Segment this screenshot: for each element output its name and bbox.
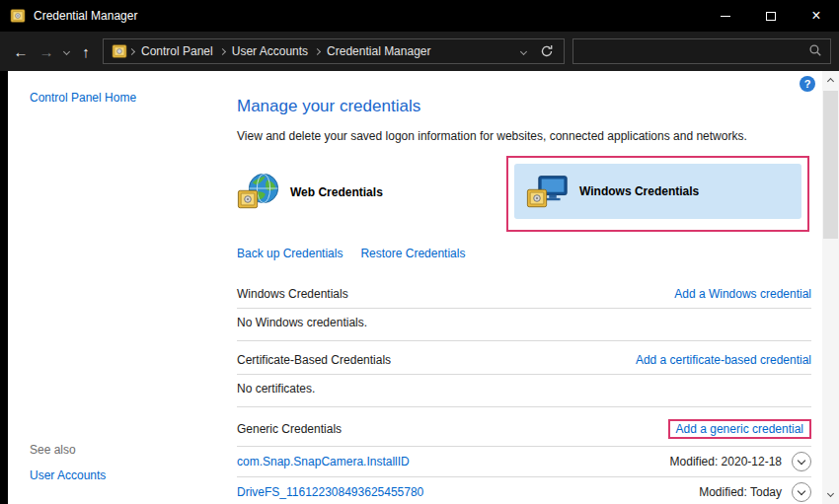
modified-date: Modified: Today bbox=[699, 485, 782, 499]
close-button[interactable]: × bbox=[794, 0, 839, 32]
restore-credentials-link[interactable]: Restore Credentials bbox=[360, 247, 465, 260]
address-bar-controls bbox=[521, 44, 558, 58]
chevron-down-icon bbox=[827, 490, 834, 497]
add-generic-credential-link[interactable]: Add a generic credential bbox=[676, 422, 803, 436]
backup-credentials-link[interactable]: Back up Credentials bbox=[237, 247, 343, 260]
credential-meta: Modified: Today bbox=[699, 482, 811, 502]
sidebar-user-accounts[interactable]: User Accounts bbox=[30, 468, 106, 482]
tab-windows-credentials-label: Windows Credentials bbox=[579, 184, 699, 198]
maximize-button[interactable] bbox=[748, 0, 794, 32]
see-also-label: See also bbox=[30, 443, 76, 457]
chevron-down-icon bbox=[62, 47, 69, 54]
add-certificate-credential-link[interactable]: Add a certificate-based credential bbox=[636, 353, 811, 367]
scroll-up-button[interactable] bbox=[822, 73, 839, 90]
section-certificate-credentials: Certificate-Based Credentials Add a cert… bbox=[237, 347, 811, 375]
search-input[interactable] bbox=[581, 44, 808, 58]
credential-sections: Windows Credentials Add a Windows creden… bbox=[237, 281, 811, 504]
credential-row: DriveFS_116122308493625455780 Modified: … bbox=[237, 477, 811, 504]
chevron-up-icon bbox=[827, 78, 834, 85]
credential-actions: Back up Credentials Restore Credentials bbox=[237, 247, 465, 260]
breadcrumb-credential-manager[interactable]: Credential Manager bbox=[320, 44, 437, 58]
content-area: Control Panel Home See also User Account… bbox=[0, 71, 839, 504]
tab-web-credentials[interactable]: Web Credentials bbox=[237, 166, 383, 219]
tab-web-credentials-label: Web Credentials bbox=[290, 185, 383, 199]
modified-date: Modified: 2020-12-18 bbox=[670, 455, 782, 468]
web-credentials-icon bbox=[237, 172, 280, 213]
minimize-button[interactable] bbox=[703, 0, 748, 32]
credential-manager-app-icon bbox=[10, 8, 26, 24]
titlebar: Credential Manager × bbox=[0, 0, 839, 32]
breadcrumb-user-accounts[interactable]: User Accounts bbox=[225, 44, 315, 58]
scroll-down-button[interactable] bbox=[822, 485, 839, 502]
refresh-button[interactable] bbox=[540, 44, 554, 58]
certificates-empty-text: No certificates. bbox=[237, 375, 811, 407]
scrollbar-thumb[interactable] bbox=[823, 91, 838, 239]
annotation-box-add-generic: Add a generic credential bbox=[668, 419, 811, 439]
left-edge-strip bbox=[0, 71, 8, 504]
windows-credentials-icon bbox=[526, 171, 570, 212]
tab-windows-credentials[interactable]: Windows Credentials bbox=[514, 164, 801, 219]
sidebar-control-panel-home[interactable]: Control Panel Home bbox=[30, 91, 136, 105]
chevron-down-icon bbox=[798, 486, 805, 494]
recent-pages-dropdown-button[interactable] bbox=[59, 38, 73, 64]
navigation-bar: ← → ↑ Control Panel User Accounts Creden… bbox=[0, 32, 839, 71]
section-title: Windows Credentials bbox=[237, 287, 348, 301]
help-icon[interactable]: ? bbox=[800, 76, 815, 92]
page-title: Manage your credentials bbox=[237, 97, 420, 116]
forward-button[interactable]: → bbox=[34, 38, 59, 64]
close-icon: × bbox=[811, 8, 820, 24]
page-description: View and delete your saved logon informa… bbox=[237, 129, 747, 143]
breadcrumb-control-panel[interactable]: Control Panel bbox=[134, 44, 220, 58]
credential-meta: Modified: 2020-12-18 bbox=[670, 452, 811, 471]
windows-credentials-empty-text: No Windows credentials. bbox=[237, 309, 811, 341]
credential-row: com.Snap.SnapCamera.InstallID Modified: … bbox=[237, 447, 811, 477]
section-generic-credentials: Generic Credentials Add a generic creden… bbox=[237, 413, 811, 447]
address-bar[interactable]: Control Panel User Accounts Credential M… bbox=[103, 38, 565, 64]
add-windows-credential-link[interactable]: Add a Windows credential bbox=[674, 287, 811, 301]
vault-icon bbox=[526, 187, 548, 212]
section-title: Certificate-Based Credentials bbox=[237, 353, 391, 367]
window-title: Credential Manager bbox=[34, 9, 137, 23]
scrollbar[interactable] bbox=[822, 71, 839, 504]
chevron-down-icon bbox=[798, 456, 805, 464]
vault-icon bbox=[237, 188, 259, 213]
minimize-icon bbox=[721, 16, 730, 17]
credential-link-snapcamera[interactable]: com.Snap.SnapCamera.InstallID bbox=[237, 455, 410, 468]
expand-credential-button[interactable] bbox=[792, 482, 811, 502]
search-icon bbox=[808, 43, 822, 60]
section-title: Generic Credentials bbox=[237, 422, 342, 436]
credential-manager-window: Credential Manager × ← → ↑ Control Panel… bbox=[0, 0, 839, 504]
section-windows-credentials: Windows Credentials Add a Windows creden… bbox=[237, 281, 811, 309]
back-button[interactable]: ← bbox=[8, 38, 34, 64]
maximize-icon bbox=[766, 12, 776, 21]
address-dropdown-icon[interactable] bbox=[520, 47, 527, 54]
search-box bbox=[572, 38, 831, 64]
control-panel-icon bbox=[112, 43, 127, 59]
expand-credential-button[interactable] bbox=[792, 452, 811, 471]
up-button[interactable]: ↑ bbox=[73, 38, 99, 64]
credential-link-drivefs[interactable]: DriveFS_116122308493625455780 bbox=[237, 485, 423, 499]
